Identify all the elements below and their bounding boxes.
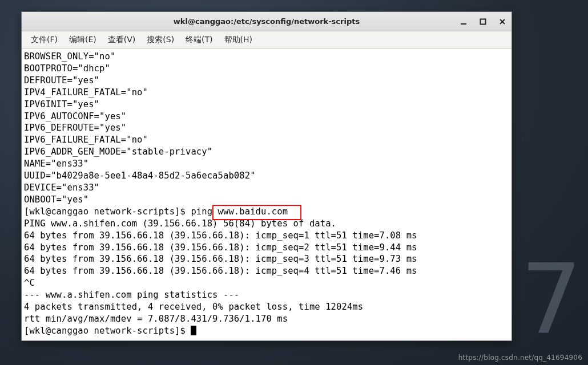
menu-file[interactable]: 文件(F) bbox=[25, 33, 63, 47]
terminal-line: DEFROUTE="yes" bbox=[24, 75, 509, 87]
terminal-line: PING www.a.shifen.com (39.156.66.18) 56(… bbox=[24, 218, 509, 230]
terminal-line: NAME="ens33" bbox=[24, 158, 509, 170]
titlebar[interactable]: wkl@canggao:/etc/sysconfig/network-scrip… bbox=[22, 12, 512, 31]
menu-terminal[interactable]: 终端(T) bbox=[180, 33, 218, 47]
terminal-line: IPV6_DEFROUTE="yes" bbox=[24, 122, 509, 134]
menu-edit[interactable]: 编辑(E) bbox=[63, 33, 102, 47]
minimize-button[interactable] bbox=[458, 16, 469, 27]
terminal-line: IPV6_ADDR_GEN_MODE="stable-privacy" bbox=[24, 146, 509, 158]
menu-search[interactable]: 搜索(S) bbox=[141, 33, 180, 47]
maximize-button[interactable] bbox=[477, 16, 489, 27]
terminal-line: BROWSER_ONLY="no" bbox=[24, 51, 509, 63]
terminal-line: IPV4_FAILURE_FATAL="no" bbox=[24, 87, 509, 99]
terminal-line: 4 packets transmitted, 4 received, 0% pa… bbox=[24, 301, 509, 313]
terminal-line: BOOTPROTO="dhcp" bbox=[24, 63, 509, 75]
watermark-text: https://blog.csdn.net/qq_41694906 bbox=[458, 354, 582, 362]
terminal-line: IPV6INIT="yes" bbox=[24, 99, 509, 111]
window-controls bbox=[458, 12, 508, 31]
svg-rect-1 bbox=[481, 19, 486, 24]
terminal-line: ONBOOT="yes" bbox=[24, 194, 509, 206]
terminal-output[interactable]: BROWSER_ONLY="no"BOOTPROTO="dhcp"DEFROUT… bbox=[22, 49, 512, 340]
terminal-prompt[interactable]: [wkl@canggao network-scripts]$ bbox=[24, 325, 509, 337]
terminal-line: --- www.a.shifen.com ping statistics --- bbox=[24, 289, 509, 301]
terminal-window: wkl@canggao:/etc/sysconfig/network-scrip… bbox=[21, 11, 512, 341]
terminal-line: DEVICE="ens33" bbox=[24, 182, 509, 194]
terminal-line: [wkl@canggao network-scripts]$ ping www.… bbox=[24, 206, 509, 218]
menu-view[interactable]: 查看(V) bbox=[102, 33, 142, 47]
terminal-line: IPV6_FAILURE_FATAL="no" bbox=[24, 134, 509, 146]
terminal-line: rtt min/avg/max/mdev = 7.087/8.431/9.736… bbox=[24, 313, 509, 325]
terminal-line: UUID="b4029a8e-5ee1-48a4-85d2-5a6eca5ab0… bbox=[24, 170, 509, 182]
window-title: wkl@canggao:/etc/sysconfig/network-scrip… bbox=[174, 17, 360, 26]
cursor bbox=[191, 326, 196, 335]
terminal-line: 64 bytes from 39.156.66.18 (39.156.66.18… bbox=[24, 253, 509, 265]
terminal-line: 64 bytes from 39.156.66.18 (39.156.66.18… bbox=[24, 265, 509, 277]
background-number: 7 bbox=[521, 251, 582, 348]
menubar: 文件(F) 编辑(E) 查看(V) 搜索(S) 终端(T) 帮助(H) bbox=[22, 31, 512, 49]
terminal-line: 64 bytes from 39.156.66.18 (39.156.66.18… bbox=[24, 242, 509, 254]
terminal-line: ^C bbox=[24, 277, 509, 289]
terminal-line: IPV6_AUTOCONF="yes" bbox=[24, 111, 509, 123]
terminal-line: 64 bytes from 39.156.66.18 (39.156.66.18… bbox=[24, 230, 509, 242]
menu-help[interactable]: 帮助(H) bbox=[219, 33, 258, 47]
prompt-text: [wkl@canggao network-scripts]$ bbox=[24, 326, 191, 336]
close-button[interactable] bbox=[497, 16, 508, 27]
